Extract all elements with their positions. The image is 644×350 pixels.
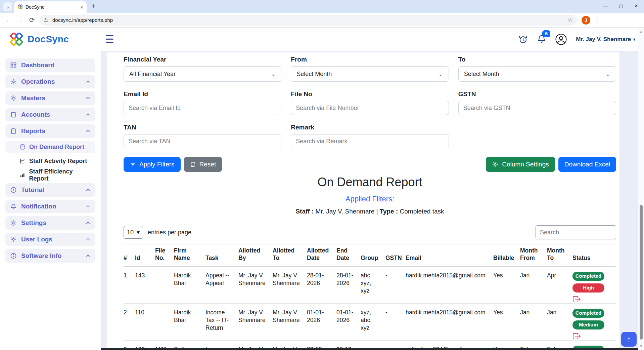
select-value: All Financial Year	[129, 71, 176, 78]
scrollbar-thumb[interactable]	[640, 205, 643, 340]
applied-filters-heading: Applied Filters:	[124, 195, 616, 203]
app-logo[interactable]: DocSync	[9, 33, 69, 46]
chevron-up-icon	[85, 79, 91, 84]
export-icon[interactable]	[572, 295, 581, 303]
sidebar-item-operations[interactable]: Operations	[5, 75, 95, 88]
remark-input[interactable]	[291, 134, 449, 148]
window-minimize-button[interactable]: —	[598, 3, 613, 8]
tan-input[interactable]	[124, 134, 281, 148]
scrollbar-up-icon[interactable]: ▲	[638, 30, 644, 33]
gear-icon	[10, 78, 17, 85]
window-close-button[interactable]: ✕	[629, 3, 644, 8]
to-month-select[interactable]: Select Month ⌄	[458, 66, 616, 82]
cell-allotted-by: Mr. Jay V. Shenmare	[238, 303, 273, 340]
page-scrollbar[interactable]: ▲ ▼	[638, 28, 644, 350]
app-header: DocSync ☰ 6 Mr. Jay V. Shenmare ▾	[0, 28, 644, 51]
column-header: Month To	[547, 244, 572, 266]
caret-down-icon: ▾	[633, 37, 635, 42]
sidebar-subitem-label: Staff Activity Report	[29, 158, 87, 165]
sidebar-item-settings[interactable]: Settings	[5, 216, 95, 230]
reload-icon[interactable]: ⟳	[26, 16, 38, 24]
url-text[interactable]: docsync.in/app/reports.php	[52, 17, 564, 23]
sidebar-item-notification[interactable]: Notification	[5, 200, 95, 213]
notification-count-badge: 6	[542, 30, 550, 37]
sidebar-item-staff-efficiency-report[interactable]: Staff Efficiency Report	[5, 169, 95, 181]
bar-chart-icon	[19, 172, 25, 178]
export-icon[interactable]	[572, 332, 581, 340]
sidebar-item-masters[interactable]: Masters	[5, 91, 95, 105]
cell-task: Appeal -- Appeal	[205, 266, 238, 304]
sidebar-item-staff-activity-report[interactable]: Staff Activity Report	[5, 155, 95, 167]
sidebar-subitem-label: On Demand Report	[29, 144, 84, 151]
separator: |	[376, 208, 378, 215]
cell-billable: Yes	[493, 303, 520, 340]
omnibox[interactable]: docsync.in/app/reports.php ☆	[40, 15, 577, 26]
email-id-input[interactable]	[124, 101, 281, 115]
staff-value: Mr. Jay V. Shenmare	[316, 208, 375, 215]
tab-close-icon[interactable]: ×	[80, 4, 83, 10]
download-excel-button[interactable]: Download Excel	[558, 157, 616, 172]
browser-menu-icon[interactable]: ⋮	[595, 16, 601, 24]
browser-profile-avatar[interactable]: J	[582, 16, 590, 25]
back-icon[interactable]: ←	[3, 16, 15, 24]
tab-search-button[interactable]: ⌄	[3, 2, 12, 11]
cell-file-no	[155, 303, 174, 340]
cell-task: Income Tax -- IT-Return	[205, 303, 238, 340]
sidebar-item-software-info[interactable]: Software Info	[5, 249, 95, 263]
sidebar-item-label: User Logs	[21, 236, 52, 243]
notifications-button[interactable]: 6	[537, 34, 546, 45]
cell-id: 110	[135, 303, 155, 340]
sidebar-item-label: Operations	[21, 78, 55, 85]
sidebar-item-tutorial[interactable]: Tutorial	[5, 183, 95, 197]
sidebar-item-label: Dashboard	[21, 62, 54, 69]
gear-icon	[492, 161, 499, 168]
user-avatar-icon[interactable]	[555, 33, 567, 45]
brand-name: DocSync	[28, 34, 69, 45]
clipboard-icon	[10, 111, 17, 118]
sidebar-toggle-icon[interactable]: ☰	[105, 34, 114, 44]
site-settings-icon[interactable]	[44, 17, 49, 23]
apply-filters-button[interactable]: Apply Filters	[124, 157, 181, 172]
reset-button[interactable]: Reset	[184, 157, 222, 172]
from-month-select[interactable]: Select Month ⌄	[291, 66, 449, 82]
line-chart-icon	[19, 158, 26, 164]
financial-year-select[interactable]: All Financial Year ⌄	[124, 66, 281, 82]
browser-tab-strip: ⌄ DocSync × + — ▢ ✕	[0, 0, 644, 13]
user-menu[interactable]: Mr. Jay V. Shenmare ▾	[576, 36, 635, 43]
cell-allotted-by: Mr. Jay V. Shenmare	[238, 266, 273, 304]
column-header: Allotted To	[273, 244, 307, 266]
report-page: Financial Year All Financial Year ⌄ From…	[107, 52, 619, 350]
cell-month-from: Jan	[520, 266, 547, 304]
filters-form: Financial Year All Financial Year ⌄ From…	[124, 56, 616, 148]
sidebar-item-user-logs[interactable]: User Logs	[5, 233, 95, 246]
column-header: Status	[572, 244, 616, 266]
scrollbar-down-icon[interactable]: ▼	[638, 344, 644, 348]
sidebar-item-dashboard[interactable]: Dashboard	[5, 59, 95, 72]
gstn-input[interactable]	[458, 101, 616, 115]
sidebar-item-on-demand-report[interactable]: On Demand Report	[5, 141, 95, 153]
new-tab-button[interactable]: +	[91, 2, 95, 10]
browser-tab[interactable]: DocSync ×	[14, 1, 87, 13]
field-label: Email Id	[124, 90, 281, 98]
column-header: #	[124, 244, 135, 266]
window-maximize-button[interactable]: ▢	[613, 3, 629, 8]
entries-per-page-select[interactable]: 10 ▾	[124, 226, 143, 239]
column-header: Allotted Date	[307, 244, 336, 266]
sidebar-subitem-label: Staff Efficiency Report	[29, 168, 92, 182]
table-search-input[interactable]	[536, 225, 616, 239]
sidebar-item-accounts[interactable]: Accounts	[5, 108, 95, 121]
chevron-down-icon: ⌄	[271, 70, 276, 78]
column-header: Billable	[493, 244, 520, 266]
cell-firm: Hardik Bhai	[174, 266, 205, 304]
cell-month-from: Jan	[520, 303, 547, 340]
info-icon	[10, 252, 17, 259]
field-label: GSTN	[458, 90, 616, 98]
scroll-to-top-button[interactable]: ↑	[621, 332, 637, 347]
file-no-input[interactable]	[291, 101, 449, 115]
column-settings-button[interactable]: Column Settings	[486, 157, 555, 172]
bookmark-star-icon[interactable]: ☆	[568, 16, 573, 24]
cell-group: abc, xyz, xyz	[361, 266, 385, 304]
reminder-clock-icon[interactable]	[518, 34, 528, 44]
document-icon	[19, 144, 26, 150]
sidebar-item-reports[interactable]: Reports	[5, 124, 95, 138]
